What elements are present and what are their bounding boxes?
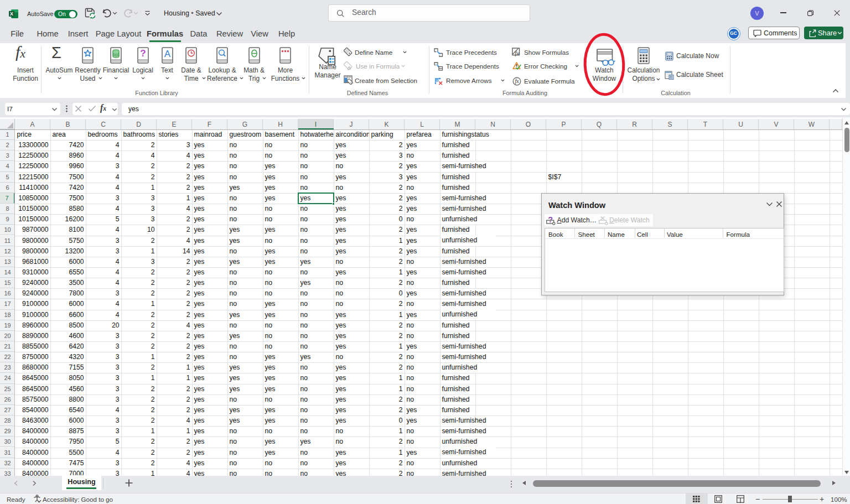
- svg-text:fx: fx: [515, 50, 520, 56]
- svg-text:?: ?: [140, 48, 146, 59]
- svg-text:A: A: [164, 49, 170, 59]
- svg-text:?: ?: [548, 215, 553, 224]
- svg-text:fx: fx: [515, 78, 519, 84]
- svg-text:X: X: [10, 11, 13, 17]
- svg-text:fx: fx: [348, 65, 351, 71]
